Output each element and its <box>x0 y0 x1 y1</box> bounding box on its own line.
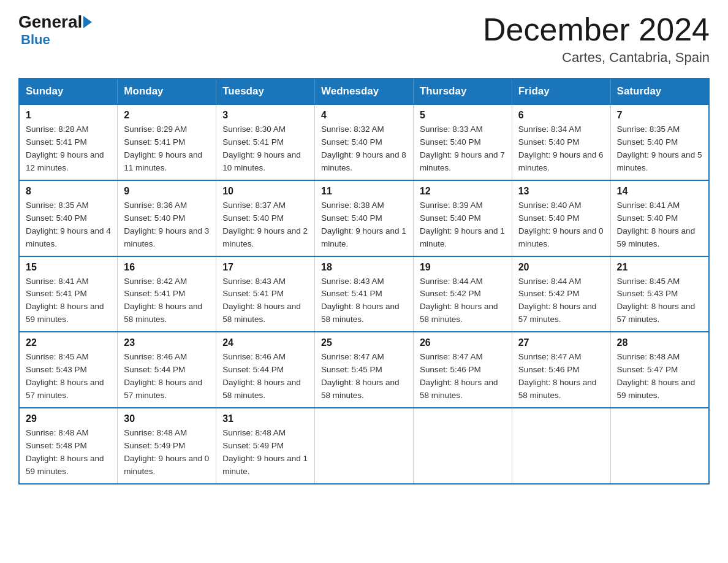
col-header-wednesday: Wednesday <box>315 79 414 104</box>
day-number: 22 <box>26 337 111 348</box>
day-info: Sunrise: 8:34 AMSunset: 5:40 PMDaylight:… <box>518 124 604 172</box>
day-number: 20 <box>518 262 604 273</box>
day-number: 23 <box>124 337 210 348</box>
calendar-cell: 15Sunrise: 8:41 AMSunset: 5:41 PMDayligh… <box>19 256 118 332</box>
calendar-cell <box>315 408 414 484</box>
day-info: Sunrise: 8:44 AMSunset: 5:42 PMDaylight:… <box>518 277 597 324</box>
day-info: Sunrise: 8:44 AMSunset: 5:42 PMDaylight:… <box>420 277 498 324</box>
calendar-week-row: 1Sunrise: 8:28 AMSunset: 5:41 PMDaylight… <box>19 104 709 180</box>
day-number: 19 <box>420 262 506 273</box>
day-info: Sunrise: 8:46 AMSunset: 5:44 PMDaylight:… <box>124 352 202 400</box>
day-number: 12 <box>420 186 506 197</box>
day-number: 16 <box>124 262 210 273</box>
col-header-tuesday: Tuesday <box>216 79 315 104</box>
day-number: 7 <box>617 110 702 121</box>
calendar-cell: 28Sunrise: 8:48 AMSunset: 5:47 PMDayligh… <box>610 332 709 408</box>
calendar-week-row: 8Sunrise: 8:35 AMSunset: 5:40 PMDaylight… <box>19 180 709 256</box>
calendar-cell: 24Sunrise: 8:46 AMSunset: 5:44 PMDayligh… <box>216 332 315 408</box>
day-number: 18 <box>321 262 407 273</box>
calendar-cell: 14Sunrise: 8:41 AMSunset: 5:40 PMDayligh… <box>610 180 709 256</box>
calendar-cell: 29Sunrise: 8:48 AMSunset: 5:48 PMDayligh… <box>19 408 118 484</box>
day-info: Sunrise: 8:32 AMSunset: 5:40 PMDaylight:… <box>321 124 406 172</box>
calendar-cell: 31Sunrise: 8:48 AMSunset: 5:49 PMDayligh… <box>216 408 315 484</box>
day-number: 28 <box>617 337 702 348</box>
day-info: Sunrise: 8:41 AMSunset: 5:41 PMDaylight:… <box>26 277 104 324</box>
location: Cartes, Cantabria, Spain <box>483 50 710 66</box>
day-number: 17 <box>222 262 308 273</box>
calendar-cell: 5Sunrise: 8:33 AMSunset: 5:40 PMDaylight… <box>413 104 512 180</box>
day-info: Sunrise: 8:48 AMSunset: 5:47 PMDaylight:… <box>617 352 696 400</box>
day-info: Sunrise: 8:43 AMSunset: 5:41 PMDaylight:… <box>222 277 301 324</box>
day-number: 4 <box>321 110 407 121</box>
day-number: 11 <box>321 186 407 197</box>
day-number: 29 <box>26 413 111 424</box>
day-number: 15 <box>26 262 111 273</box>
day-info: Sunrise: 8:43 AMSunset: 5:41 PMDaylight:… <box>321 277 400 324</box>
calendar-cell: 3Sunrise: 8:30 AMSunset: 5:41 PMDaylight… <box>216 104 315 180</box>
calendar-cell: 10Sunrise: 8:37 AMSunset: 5:40 PMDayligh… <box>216 180 315 256</box>
day-number: 26 <box>420 337 506 348</box>
day-info: Sunrise: 8:33 AMSunset: 5:40 PMDaylight:… <box>420 124 505 172</box>
day-info: Sunrise: 8:48 AMSunset: 5:49 PMDaylight:… <box>222 428 308 476</box>
day-number: 14 <box>617 186 702 197</box>
day-info: Sunrise: 8:48 AMSunset: 5:49 PMDaylight:… <box>124 428 209 476</box>
calendar-cell: 20Sunrise: 8:44 AMSunset: 5:42 PMDayligh… <box>512 256 610 332</box>
day-info: Sunrise: 8:42 AMSunset: 5:41 PMDaylight:… <box>124 277 202 324</box>
day-info: Sunrise: 8:35 AMSunset: 5:40 PMDaylight:… <box>26 201 111 248</box>
calendar-cell: 25Sunrise: 8:47 AMSunset: 5:45 PMDayligh… <box>315 332 414 408</box>
calendar-cell: 21Sunrise: 8:45 AMSunset: 5:43 PMDayligh… <box>610 256 709 332</box>
day-info: Sunrise: 8:35 AMSunset: 5:40 PMDaylight:… <box>617 124 702 172</box>
calendar-cell: 4Sunrise: 8:32 AMSunset: 5:40 PMDaylight… <box>315 104 414 180</box>
day-info: Sunrise: 8:30 AMSunset: 5:41 PMDaylight:… <box>222 124 301 172</box>
col-header-monday: Monday <box>118 79 216 104</box>
day-number: 13 <box>518 186 604 197</box>
day-number: 9 <box>124 186 210 197</box>
calendar-cell: 2Sunrise: 8:29 AMSunset: 5:41 PMDaylight… <box>118 104 216 180</box>
calendar-table: SundayMondayTuesdayWednesdayThursdayFrid… <box>18 78 710 484</box>
day-info: Sunrise: 8:47 AMSunset: 5:46 PMDaylight:… <box>420 352 498 400</box>
calendar-cell: 19Sunrise: 8:44 AMSunset: 5:42 PMDayligh… <box>413 256 512 332</box>
calendar-week-row: 22Sunrise: 8:45 AMSunset: 5:43 PMDayligh… <box>19 332 709 408</box>
page-header: General Blue December 2024 Cartes, Canta… <box>18 12 710 66</box>
day-number: 30 <box>124 413 210 424</box>
day-info: Sunrise: 8:47 AMSunset: 5:46 PMDaylight:… <box>518 352 597 400</box>
calendar-cell: 1Sunrise: 8:28 AMSunset: 5:41 PMDaylight… <box>19 104 118 180</box>
col-header-friday: Friday <box>512 79 610 104</box>
day-number: 31 <box>222 413 308 424</box>
day-info: Sunrise: 8:39 AMSunset: 5:40 PMDaylight:… <box>420 201 505 248</box>
calendar-cell: 16Sunrise: 8:42 AMSunset: 5:41 PMDayligh… <box>118 256 216 332</box>
day-info: Sunrise: 8:28 AMSunset: 5:41 PMDaylight:… <box>26 124 104 172</box>
calendar-cell: 11Sunrise: 8:38 AMSunset: 5:40 PMDayligh… <box>315 180 414 256</box>
day-number: 5 <box>420 110 506 121</box>
day-info: Sunrise: 8:38 AMSunset: 5:40 PMDaylight:… <box>321 201 406 248</box>
col-header-saturday: Saturday <box>610 79 709 104</box>
calendar-cell: 18Sunrise: 8:43 AMSunset: 5:41 PMDayligh… <box>315 256 414 332</box>
calendar-cell <box>413 408 512 484</box>
day-number: 27 <box>518 337 604 348</box>
calendar-cell: 8Sunrise: 8:35 AMSunset: 5:40 PMDaylight… <box>19 180 118 256</box>
day-number: 21 <box>617 262 702 273</box>
calendar-cell: 6Sunrise: 8:34 AMSunset: 5:40 PMDaylight… <box>512 104 610 180</box>
day-number: 8 <box>26 186 111 197</box>
day-info: Sunrise: 8:46 AMSunset: 5:44 PMDaylight:… <box>222 352 301 400</box>
day-number: 3 <box>222 110 308 121</box>
day-info: Sunrise: 8:47 AMSunset: 5:45 PMDaylight:… <box>321 352 400 400</box>
col-header-sunday: Sunday <box>19 79 118 104</box>
calendar-cell: 27Sunrise: 8:47 AMSunset: 5:46 PMDayligh… <box>512 332 610 408</box>
day-info: Sunrise: 8:29 AMSunset: 5:41 PMDaylight:… <box>124 124 202 172</box>
day-info: Sunrise: 8:48 AMSunset: 5:48 PMDaylight:… <box>26 428 104 476</box>
logo: General Blue <box>18 12 93 48</box>
calendar-cell: 22Sunrise: 8:45 AMSunset: 5:43 PMDayligh… <box>19 332 118 408</box>
calendar-cell <box>512 408 610 484</box>
day-number: 1 <box>26 110 111 121</box>
calendar-header-row: SundayMondayTuesdayWednesdayThursdayFrid… <box>19 79 709 104</box>
month-title: December 2024 <box>483 12 710 47</box>
day-info: Sunrise: 8:45 AMSunset: 5:43 PMDaylight:… <box>26 352 104 400</box>
day-number: 10 <box>222 186 308 197</box>
day-info: Sunrise: 8:40 AMSunset: 5:40 PMDaylight:… <box>518 201 604 248</box>
day-info: Sunrise: 8:36 AMSunset: 5:40 PMDaylight:… <box>124 201 209 248</box>
day-number: 25 <box>321 337 407 348</box>
day-number: 24 <box>222 337 308 348</box>
title-section: December 2024 Cartes, Cantabria, Spain <box>483 12 710 66</box>
calendar-week-row: 29Sunrise: 8:48 AMSunset: 5:48 PMDayligh… <box>19 408 709 484</box>
